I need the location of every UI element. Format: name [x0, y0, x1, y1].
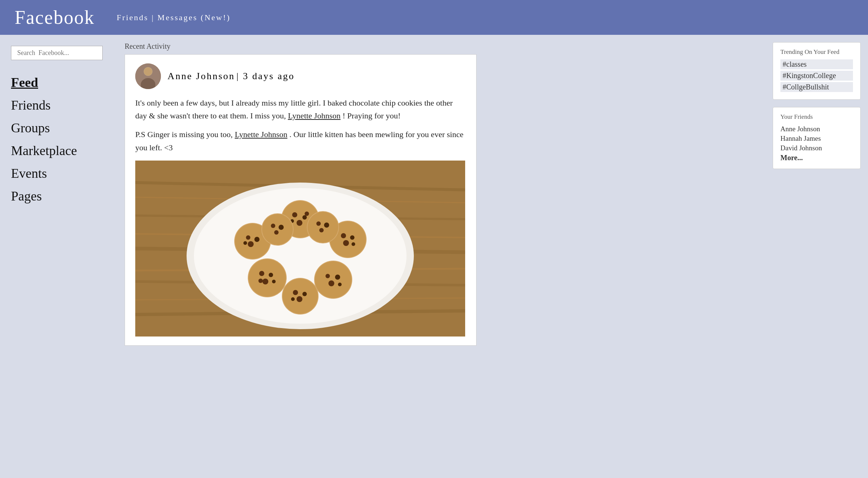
trending-tag-3[interactable]: #CollgeBullshit: [780, 82, 853, 92]
svg-point-60: [308, 212, 338, 243]
right-sidebar: Trending On Your Feed #classes #Kingston…: [765, 35, 868, 478]
svg-point-34: [352, 242, 355, 246]
friends-more-link[interactable]: More...: [780, 153, 853, 163]
svg-point-47: [338, 283, 342, 286]
svg-point-33: [343, 240, 349, 246]
friends-list: Anne Johnson Hannah James David Johnson …: [780, 124, 853, 163]
post-image: [135, 161, 465, 337]
post-text-2: ! Praying for you!: [343, 111, 401, 120]
svg-point-45: [335, 275, 340, 280]
trending-title: Trending On Your Feed: [780, 48, 853, 56]
trending-card: Trending On Your Feed #classes #Kingston…: [773, 42, 861, 100]
recent-activity-label: Recent Activity: [125, 42, 754, 51]
friends-title: Your Friends: [780, 113, 853, 121]
post-card: Anne Johnson | 3 days ago It's only been…: [125, 54, 477, 346]
friend-1[interactable]: Anne Johnson: [780, 124, 853, 134]
svg-point-3: [144, 67, 152, 76]
lynette-link-1[interactable]: Lynette Johnson: [288, 111, 341, 120]
site-title: Facebook: [15, 7, 95, 28]
trending-tag-2[interactable]: #KingstonCollege: [780, 71, 853, 81]
svg-point-57: [279, 225, 284, 230]
svg-point-32: [350, 235, 354, 240]
svg-point-53: [291, 297, 295, 301]
svg-point-37: [259, 271, 264, 276]
svg-point-43: [315, 261, 352, 298]
post-timestamp: | 3 days ago: [236, 71, 295, 81]
svg-point-20: [297, 220, 302, 226]
svg-point-27: [248, 241, 254, 247]
sidebar-item-pages[interactable]: Pages: [11, 185, 103, 207]
search-input[interactable]: [11, 46, 103, 60]
friend-2[interactable]: Hannah James: [780, 134, 853, 143]
nav-list: Feed Friends Groups Marketplace Events P…: [11, 71, 103, 207]
header: Facebook Friends | Messages (New!): [0, 0, 868, 35]
post-body: It's only been a few days, but I already…: [135, 96, 466, 154]
sidebar-item-feed[interactable]: Feed: [11, 71, 103, 94]
sidebar-item-events[interactable]: Events: [11, 162, 103, 185]
svg-point-39: [262, 279, 268, 284]
svg-point-31: [341, 233, 346, 238]
svg-point-18: [292, 212, 297, 217]
avatar: [135, 63, 161, 89]
sidebar-item-friends[interactable]: Friends: [11, 94, 103, 117]
svg-point-40: [272, 280, 276, 283]
trending-tag-1[interactable]: #classes: [780, 59, 853, 69]
svg-point-61: [316, 221, 321, 226]
svg-point-52: [297, 296, 302, 302]
svg-point-41: [258, 279, 263, 283]
friend-3[interactable]: David Johnson: [780, 143, 853, 153]
svg-point-36: [249, 259, 286, 297]
svg-point-22: [305, 212, 309, 216]
svg-point-63: [319, 228, 324, 232]
friends-card: Your Friends Anne Johnson Hannah James D…: [773, 107, 861, 169]
svg-point-38: [269, 273, 273, 277]
svg-point-26: [254, 237, 260, 242]
post-author: Anne Johnson: [168, 71, 235, 81]
svg-point-46: [328, 280, 334, 286]
sidebar-item-groups[interactable]: Groups: [11, 117, 103, 139]
svg-point-28: [243, 241, 247, 245]
svg-point-62: [324, 223, 329, 228]
sidebar: Feed Friends Groups Marketplace Events P…: [0, 35, 114, 478]
svg-point-50: [293, 290, 298, 295]
svg-point-55: [262, 214, 293, 245]
svg-point-58: [274, 230, 279, 235]
svg-point-56: [271, 224, 275, 228]
svg-point-25: [246, 235, 250, 240]
post-text-3: P.S Ginger is missing you too,: [135, 130, 233, 139]
post-meta: Anne Johnson | 3 days ago: [168, 71, 295, 82]
post-header: Anne Johnson | 3 days ago: [135, 63, 466, 89]
svg-point-19: [302, 215, 307, 220]
main-content: Recent Activity Ann: [114, 35, 765, 478]
svg-point-44: [326, 274, 330, 278]
svg-point-49: [283, 279, 318, 314]
lynette-link-2[interactable]: Lynette Johnson: [235, 130, 287, 139]
svg-point-51: [302, 292, 307, 296]
header-nav[interactable]: Friends | Messages (New!): [117, 13, 231, 22]
sidebar-item-marketplace[interactable]: Marketplace: [11, 139, 103, 162]
